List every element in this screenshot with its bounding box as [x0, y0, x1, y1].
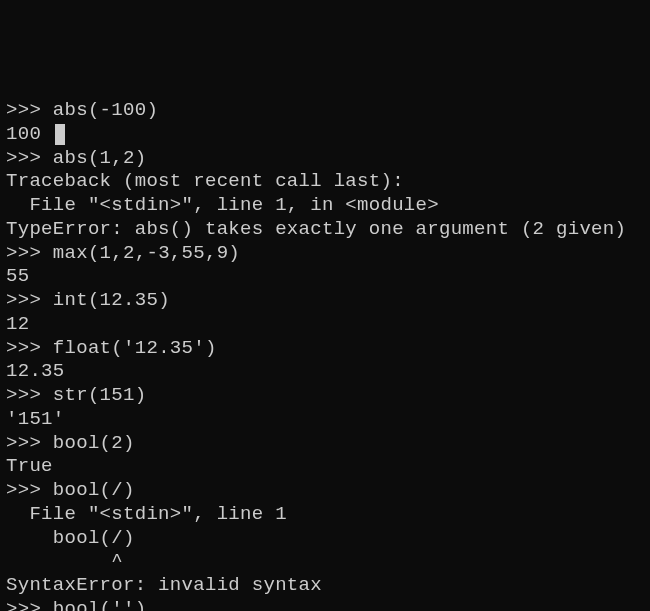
repl-command: bool('') — [53, 598, 147, 611]
repl-output: 100 — [6, 123, 53, 145]
repl-input-line: >>> bool(2) — [6, 432, 644, 456]
repl-command: bool(/) — [53, 479, 135, 501]
repl-output: File "<stdin>", line 1 — [6, 503, 287, 525]
repl-input-line: >>> bool(/) — [6, 479, 644, 503]
repl-output-line: 100 — [6, 123, 644, 147]
repl-output-line: 12 — [6, 313, 644, 337]
repl-command: int(12.35) — [53, 289, 170, 311]
repl-prompt: >>> — [6, 337, 53, 359]
repl-prompt: >>> — [6, 384, 53, 406]
terminal-cursor — [55, 124, 65, 145]
repl-output: 12.35 — [6, 360, 65, 382]
repl-prompt: >>> — [6, 479, 53, 501]
repl-input-line: >>> max(1,2,-3,55,9) — [6, 242, 644, 266]
repl-output: TypeError: abs() takes exactly one argum… — [6, 218, 626, 240]
repl-input-line: >>> float('12.35') — [6, 337, 644, 361]
repl-input-line: >>> str(151) — [6, 384, 644, 408]
repl-prompt: >>> — [6, 289, 53, 311]
repl-input-line: >>> abs(-100) — [6, 99, 644, 123]
python-repl-terminal[interactable]: >>> abs(-100)100 >>> abs(1,2)Traceback (… — [6, 99, 644, 611]
repl-output: '151' — [6, 408, 65, 430]
repl-output-line: 55 — [6, 265, 644, 289]
repl-output: Traceback (most recent call last): — [6, 170, 404, 192]
repl-input-line: >>> bool('') — [6, 598, 644, 611]
repl-output-line: '151' — [6, 408, 644, 432]
repl-prompt: >>> — [6, 432, 53, 454]
repl-output-line: SyntaxError: invalid syntax — [6, 574, 644, 598]
repl-prompt: >>> — [6, 598, 53, 611]
repl-output-line: bool(/) — [6, 527, 644, 551]
repl-output: bool(/) — [6, 527, 135, 549]
repl-command: bool(2) — [53, 432, 135, 454]
repl-command: max(1,2,-3,55,9) — [53, 242, 240, 264]
repl-output: 55 — [6, 265, 29, 287]
repl-output-line: True — [6, 455, 644, 479]
repl-output-line: File "<stdin>", line 1 — [6, 503, 644, 527]
repl-output: True — [6, 455, 53, 477]
repl-prompt: >>> — [6, 242, 53, 264]
repl-output: 12 — [6, 313, 29, 335]
repl-command: abs(-100) — [53, 99, 158, 121]
repl-output-line: ^ — [6, 550, 644, 574]
repl-output-line: File "<stdin>", line 1, in <module> — [6, 194, 644, 218]
repl-command: str(151) — [53, 384, 147, 406]
repl-output-line: 12.35 — [6, 360, 644, 384]
repl-output: ^ — [6, 550, 123, 572]
repl-input-line: >>> int(12.35) — [6, 289, 644, 313]
repl-output: SyntaxError: invalid syntax — [6, 574, 322, 596]
repl-output-line: Traceback (most recent call last): — [6, 170, 644, 194]
repl-prompt: >>> — [6, 99, 53, 121]
repl-prompt: >>> — [6, 147, 53, 169]
repl-output: File "<stdin>", line 1, in <module> — [6, 194, 439, 216]
repl-command: abs(1,2) — [53, 147, 147, 169]
repl-input-line: >>> abs(1,2) — [6, 147, 644, 171]
repl-output-line: TypeError: abs() takes exactly one argum… — [6, 218, 644, 242]
repl-command: float('12.35') — [53, 337, 217, 359]
